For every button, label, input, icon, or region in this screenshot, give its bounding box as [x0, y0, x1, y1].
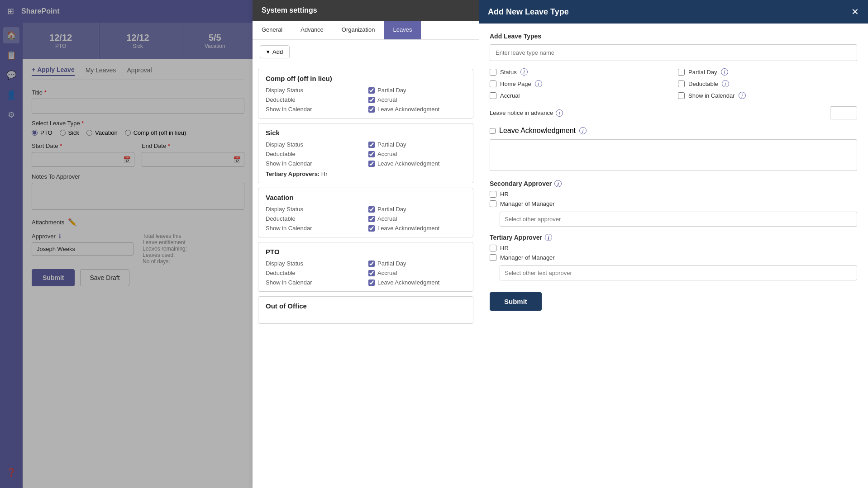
tertiary-hr-checkbox[interactable]: [490, 245, 496, 251]
tertiary-mom-checkbox[interactable]: [490, 254, 496, 261]
ss-tabs: General Advance Organization Leaves: [253, 21, 479, 40]
secondary-other-input[interactable]: [500, 212, 857, 227]
vacation-accrual-cb[interactable]: [368, 216, 375, 222]
ss-header: System settings: [253, 0, 479, 21]
pto-grid: Display Status Partial Day Deductable Ac…: [266, 260, 466, 286]
ss-title: System settings: [262, 6, 317, 14]
show-calendar-checkbox[interactable]: [678, 92, 685, 99]
secondary-hr-option[interactable]: HR: [490, 191, 857, 198]
ss-tab-leaves[interactable]: Leaves: [384, 21, 421, 39]
ss-tab-organization[interactable]: Organization: [333, 21, 384, 39]
ack-textarea[interactable]: [490, 139, 857, 171]
sick-accrual-cb[interactable]: [368, 151, 375, 157]
vacation-display-status: Display Status: [266, 206, 363, 213]
secondary-mom-checkbox[interactable]: [490, 200, 496, 207]
leave-type-card-sick: Sick Display Status Partial Day Deductab…: [258, 123, 473, 183]
check-partial-day: Partial Day i: [678, 68, 857, 76]
notice-info-icon: i: [556, 109, 563, 117]
tertiary-other-input[interactable]: [500, 265, 857, 280]
vacation-leave-ack-cb[interactable]: [368, 225, 375, 232]
tertiary-hr-option[interactable]: HR: [490, 245, 857, 251]
partial-day-checkbox[interactable]: [678, 69, 685, 76]
compoff-leave-ack-cb[interactable]: [368, 106, 375, 113]
pto-deductable: Deductable: [266, 270, 363, 276]
deductable-info-icon: i: [722, 80, 729, 87]
alp-header: Add New Leave Type ✕: [479, 0, 868, 24]
ack-info-icon: i: [579, 127, 587, 134]
pto-show-calendar: Show in Calendar: [266, 279, 363, 286]
partial-day-info-icon: i: [721, 68, 728, 76]
home-page-info-icon: i: [535, 80, 542, 87]
sick-tertiary: Tertiary Approvers: Hr: [266, 171, 466, 177]
ss-tab-general[interactable]: General: [253, 21, 291, 39]
status-info-icon: i: [520, 68, 528, 76]
tertiary-mom-label: Manager of Manager: [500, 254, 555, 261]
notice-label: Leave notice in advance i: [490, 109, 563, 117]
partial-day-label: Partial Day: [688, 69, 717, 76]
check-deductable: Deductable i: [678, 80, 857, 87]
alp-title: Add New Leave Type: [488, 7, 569, 17]
compoff-title: Comp off (off in lieu): [266, 75, 466, 82]
accrual-label: Accrual: [500, 92, 520, 99]
vacation-title: Vacation: [266, 194, 466, 201]
sick-partial-day-cb[interactable]: [368, 142, 375, 148]
secondary-hr-checkbox[interactable]: [490, 191, 496, 198]
compoff-display-status: Display Status: [266, 87, 363, 94]
compoff-leave-ack: Leave Acknowledgment: [368, 106, 466, 113]
compoff-accrual-cb[interactable]: [368, 97, 375, 103]
add-leave-type-button[interactable]: ▾ Add: [260, 45, 290, 58]
ack-row: Leave Acknowledgment i: [490, 127, 857, 135]
secondary-mom-label: Manager of Manager: [500, 200, 555, 207]
status-checkbox[interactable]: [490, 69, 496, 76]
vacation-partial-day-cb[interactable]: [368, 206, 375, 213]
pto-display-status: Display Status: [266, 260, 363, 267]
home-page-checkbox[interactable]: [490, 81, 496, 87]
tertiary-approver-section: Tertiary Approver i HR Manager of Manage…: [490, 234, 857, 280]
alp-section-title: Add Leave Types: [490, 33, 857, 40]
ack-checkbox[interactable]: [490, 128, 496, 134]
compoff-partial-day: Partial Day: [368, 87, 466, 94]
sick-show-calendar: Show in Calendar: [266, 160, 363, 167]
pto-accrual-cb[interactable]: [368, 270, 375, 276]
leave-type-name-input[interactable]: [490, 44, 857, 61]
secondary-approver-options: HR Manager of Manager: [490, 191, 857, 227]
vacation-show-calendar: Show in Calendar: [266, 225, 363, 232]
sick-grid: Display Status Partial Day Deductable Ac…: [266, 141, 466, 167]
home-page-label: Home Page: [500, 81, 531, 87]
tertiary-approver-title: Tertiary Approver i: [490, 234, 857, 241]
show-calendar-info-icon: i: [739, 92, 746, 99]
sick-leave-ack-cb[interactable]: [368, 161, 375, 167]
compoff-accrual: Accrual: [368, 96, 466, 103]
accrual-checkbox[interactable]: [490, 92, 496, 99]
leave-type-card-compoff: Comp off (off in lieu) Display Status Pa…: [258, 69, 473, 118]
pto-accrual: Accrual: [368, 270, 466, 276]
secondary-approver-title: Secondary Approver i: [490, 180, 857, 187]
ss-add-row: ▾ Add: [253, 40, 479, 64]
sick-title: Sick: [266, 129, 466, 137]
checkbox-grid: Status i Partial Day i Home Page i Deduc…: [490, 68, 857, 99]
pto-leave-ack-cb[interactable]: [368, 280, 375, 286]
pto-partial-day-cb[interactable]: [368, 261, 375, 267]
secondary-hr-label: HR: [500, 191, 509, 198]
ss-tab-advance[interactable]: Advance: [291, 21, 333, 39]
vacation-leave-ack: Leave Acknowledgment: [368, 225, 466, 232]
leave-type-card-vacation: Vacation Display Status Partial Day Dedu…: [258, 188, 473, 237]
secondary-mom-option[interactable]: Manager of Manager: [490, 200, 857, 207]
alp-body: Add Leave Types Status i Partial Day i H…: [479, 24, 868, 488]
leave-type-card-ooo: Out of Office: [258, 296, 473, 324]
check-show-calendar: Show in Calendar i: [678, 92, 857, 99]
compoff-grid: Display Status Partial Day Deductable Ac…: [266, 87, 466, 113]
pto-card-title: PTO: [266, 248, 466, 256]
tertiary-mom-option[interactable]: Manager of Manager: [490, 254, 857, 261]
compoff-partial-day-cb[interactable]: [368, 87, 375, 94]
deductable-checkbox[interactable]: [678, 81, 685, 87]
notice-input[interactable]: [830, 106, 857, 119]
check-accrual: Accrual: [490, 92, 669, 99]
alp-close-button[interactable]: ✕: [851, 6, 859, 17]
tertiary-approver-options: HR Manager of Manager: [490, 245, 857, 280]
pto-leave-ack: Leave Acknowledgment: [368, 279, 466, 286]
alp-submit-button[interactable]: Submit: [490, 292, 542, 311]
vacation-partial-day: Partial Day: [368, 206, 466, 213]
vacation-accrual: Accrual: [368, 215, 466, 222]
tertiary-approver-info-icon: i: [545, 234, 552, 241]
